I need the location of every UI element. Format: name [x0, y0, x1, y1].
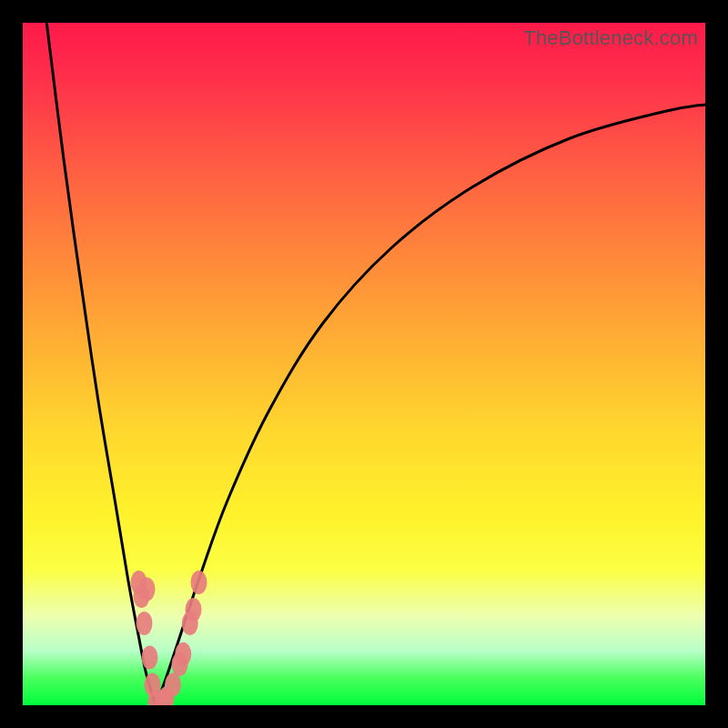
right-branch-curve: [156, 105, 705, 705]
marker-dot: [191, 571, 207, 594]
marker-dot: [142, 646, 158, 670]
marker-dot: [139, 578, 156, 602]
marker-dot: [186, 598, 202, 622]
marker-dot: [165, 673, 181, 697]
marker-dot: [175, 642, 191, 666]
salmon-marker-cluster: [131, 571, 207, 705]
curve-layer: [23, 23, 705, 705]
plot-area: TheBottleneck.com: [23, 23, 705, 705]
chart-frame: TheBottleneck.com: [0, 0, 728, 728]
marker-dot: [136, 612, 153, 635]
